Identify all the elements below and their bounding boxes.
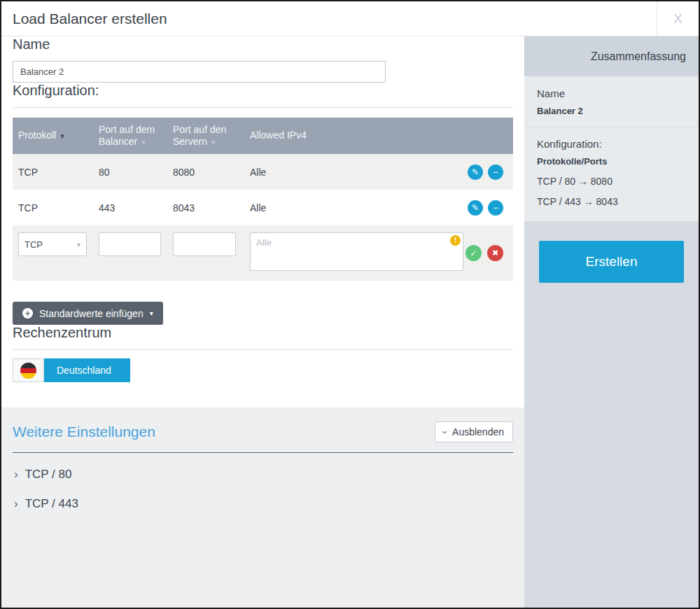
summary-mapping: TCP / 80 → 8080 <box>537 176 686 187</box>
datacenter-germany-button[interactable]: Deutschland <box>13 358 130 382</box>
minus-icon: − <box>493 168 498 176</box>
remove-row-button[interactable]: − <box>488 200 503 216</box>
close-button[interactable]: X <box>657 1 699 36</box>
column-header-balancer-port[interactable]: Port auf dem Balancer ▾ <box>93 124 167 148</box>
advanced-item-tcp-443[interactable]: › TCP / 443 <box>13 489 513 519</box>
modal-header: Load Balancer erstellen X <box>1 1 699 36</box>
germany-flag-icon <box>20 363 36 379</box>
check-icon: ✓ <box>470 249 477 258</box>
divider <box>13 452 513 453</box>
pencil-icon: ✎ <box>472 168 479 176</box>
datacenter-label: Deutschland <box>44 358 130 382</box>
row-protocol: TCP <box>13 202 93 214</box>
cancel-row-button[interactable]: ✖ <box>487 245 503 261</box>
main-column: Name Konfiguration: Protokoll ▾ Port auf… <box>1 36 524 608</box>
sort-icon: ▾ <box>60 132 64 140</box>
configuration-heading: Konfiguration: <box>13 83 513 108</box>
hide-settings-button[interactable]: › Ausblenden <box>435 421 513 442</box>
summary-name-value: Balancer 2 <box>537 106 686 116</box>
advanced-settings-panel: Weitere Einstellungen › Ausblenden › TCP… <box>1 407 524 608</box>
server-port-input[interactable] <box>173 232 236 256</box>
summary-sidebar: Zusammenfassung Name Balancer 2 Konfigur… <box>524 36 699 608</box>
plus-icon: + <box>22 308 33 318</box>
table-row: TCP 443 8043 Alle ✎ − <box>13 190 513 225</box>
protocol-select[interactable]: TCP ▾ <box>18 232 87 256</box>
chevron-down-icon: ▾ <box>150 309 153 317</box>
chevron-right-icon: › <box>14 497 18 511</box>
summary-ports-label: Protokolle/Ports <box>537 156 686 167</box>
allowed-ipv4-textarea[interactable] <box>250 232 463 271</box>
remove-row-button[interactable]: − <box>488 164 503 180</box>
cross-icon: ✖ <box>492 249 498 257</box>
row-server-port: 8043 <box>167 202 244 214</box>
table-row: TCP 80 8080 Alle ✎ − <box>13 154 513 190</box>
summary-mapping: TCP / 443 → 8043 <box>537 196 686 207</box>
pencil-icon: ✎ <box>472 204 479 212</box>
summary-card: Name Balancer 2 Konfiguration: Protokoll… <box>524 76 699 221</box>
row-balancer-port: 80 <box>93 167 167 178</box>
chevron-down-icon: ▾ <box>77 241 80 248</box>
column-header-server-port[interactable]: Port auf den Servern ▾ <box>167 124 244 148</box>
column-header-allowed-ipv4: Allowed IPv4 <box>244 130 454 142</box>
table-header-row: Protokoll ▾ Port auf dem Balancer ▾ Port… <box>13 118 513 154</box>
row-protocol: TCP <box>13 167 93 178</box>
name-input[interactable] <box>13 61 386 83</box>
chevron-right-icon: › <box>14 468 18 482</box>
summary-name-label: Name <box>537 88 686 99</box>
summary-config-label: Konfiguration: <box>537 138 686 150</box>
sort-icon: ▾ <box>141 138 146 146</box>
summary-heading: Zusammenfassung <box>524 36 699 76</box>
datacenter-heading: Rechenzentrum <box>13 325 513 350</box>
create-button[interactable]: Erstellen <box>539 241 684 283</box>
column-header-protocol[interactable]: Protokoll ▾ <box>13 130 93 142</box>
sort-icon: ▾ <box>211 138 216 146</box>
balancer-port-input[interactable] <box>99 232 161 256</box>
chevron-down-icon: › <box>440 430 451 434</box>
minus-icon: − <box>493 204 498 212</box>
modal-body: Name Konfiguration: Protokoll ▾ Port auf… <box>1 36 699 608</box>
advanced-settings-heading: Weitere Einstellungen <box>13 424 155 440</box>
divider <box>524 127 699 127</box>
row-allowed-ipv4: Alle <box>244 202 454 214</box>
create-load-balancer-modal: Load Balancer erstellen X Name Konfigura… <box>0 0 700 609</box>
row-allowed-ipv4: Alle <box>244 167 454 178</box>
confirm-row-button[interactable]: ✓ <box>465 245 482 261</box>
ports-table: Protokoll ▾ Port auf dem Balancer ▾ Port… <box>13 118 513 281</box>
close-icon: X <box>673 11 682 27</box>
edit-row-button[interactable]: ✎ <box>468 164 483 180</box>
row-server-port: 8080 <box>167 167 244 178</box>
new-port-edit-row: TCP ▾ ! <box>13 225 513 281</box>
advanced-item-tcp-80[interactable]: › TCP / 80 <box>13 460 513 489</box>
edit-row-button[interactable]: ✎ <box>468 200 483 216</box>
modal-title: Load Balancer erstellen <box>1 10 167 27</box>
warning-icon: ! <box>450 235 461 246</box>
main-content: Name Konfiguration: Protokoll ▾ Port auf… <box>1 36 524 382</box>
row-balancer-port: 443 <box>93 202 167 214</box>
insert-defaults-button[interactable]: + Standardwerte einfügen ▾ <box>13 302 163 325</box>
name-heading: Name <box>13 36 513 52</box>
